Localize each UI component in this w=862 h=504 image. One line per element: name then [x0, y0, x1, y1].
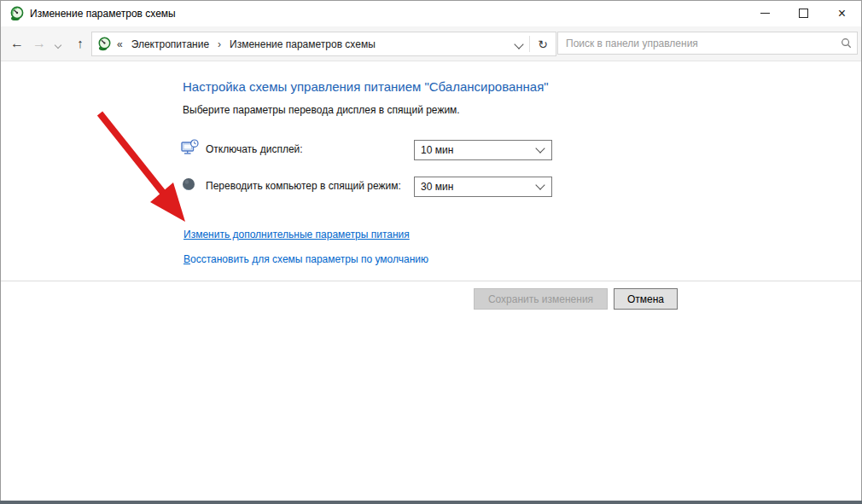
- maximize-button[interactable]: [784, 1, 823, 26]
- maximize-icon: [799, 9, 808, 18]
- chevron-down-icon: [535, 143, 545, 153]
- chevron-down-icon: [55, 42, 61, 49]
- chevron-down-icon: [535, 180, 545, 189]
- search-input[interactable]: [558, 38, 835, 49]
- navigation-bar: ← → ↑ « Электропитание › Изменение парам…: [1, 26, 861, 61]
- search-box: [557, 32, 858, 55]
- sleep-timeout-select[interactable]: 30 мин: [414, 177, 552, 197]
- power-meter-icon: [9, 6, 25, 21]
- setting-label-sleep: Переводить компьютер в спящий режим:: [206, 177, 401, 196]
- sleep-moon-icon: [181, 177, 196, 192]
- restore-defaults-link[interactable]: Восстановить для схемы параметры по умол…: [183, 253, 428, 265]
- window: Изменение параметров схемы × ← → ↑: [0, 0, 862, 501]
- window-bottom-border: [0, 501, 862, 504]
- cancel-button[interactable]: Отмена: [614, 288, 678, 310]
- display-clock-icon: [181, 139, 199, 157]
- footer-separator: [1, 281, 861, 281]
- minimize-button[interactable]: [746, 1, 784, 26]
- close-button[interactable]: ×: [823, 1, 861, 26]
- forward-button[interactable]: →: [28, 32, 50, 55]
- close-icon: ×: [838, 7, 846, 20]
- page-subtitle: Выберите параметры перевода дисплея в сп…: [183, 104, 460, 116]
- search-icon[interactable]: [835, 38, 857, 49]
- title-bar: Изменение параметров схемы ×: [1, 1, 861, 26]
- advanced-power-settings-link[interactable]: Изменить дополнительные параметры питани…: [183, 229, 410, 240]
- recent-pages-button[interactable]: [50, 32, 66, 55]
- save-changes-button[interactable]: Сохранить изменения: [474, 288, 608, 310]
- up-button[interactable]: ↑: [69, 32, 91, 55]
- window-title: Изменение параметров схемы: [30, 8, 176, 20]
- page-title: Настройка схемы управления питанием "Сба…: [183, 79, 549, 94]
- link-text-rest: осстановить для схемы параметры по умолч…: [190, 253, 428, 265]
- address-bar: « Электропитание › Изменение параметров …: [91, 32, 556, 56]
- breadcrumb-item-power-options[interactable]: Электропитание: [128, 38, 213, 50]
- display-timeout-select[interactable]: 10 мин: [414, 140, 552, 160]
- address-dropdown-button[interactable]: [509, 38, 529, 50]
- power-meter-icon: [97, 37, 112, 51]
- breadcrumb-separator: ›: [213, 38, 226, 50]
- setting-label-display: Отключать дисплей:: [206, 140, 303, 159]
- accelerator-letter: В: [183, 253, 190, 265]
- refresh-button[interactable]: ↻: [530, 38, 556, 51]
- back-button[interactable]: ←: [6, 32, 28, 55]
- chevron-down-icon: [514, 39, 523, 49]
- breadcrumb-collapse[interactable]: «: [117, 38, 123, 50]
- minimize-icon: [760, 13, 770, 14]
- breadcrumb-item-edit-plan[interactable]: Изменение параметров схемы: [226, 38, 379, 50]
- sleep-timeout-value: 30 мин: [421, 181, 453, 193]
- display-timeout-value: 10 мин: [421, 144, 453, 156]
